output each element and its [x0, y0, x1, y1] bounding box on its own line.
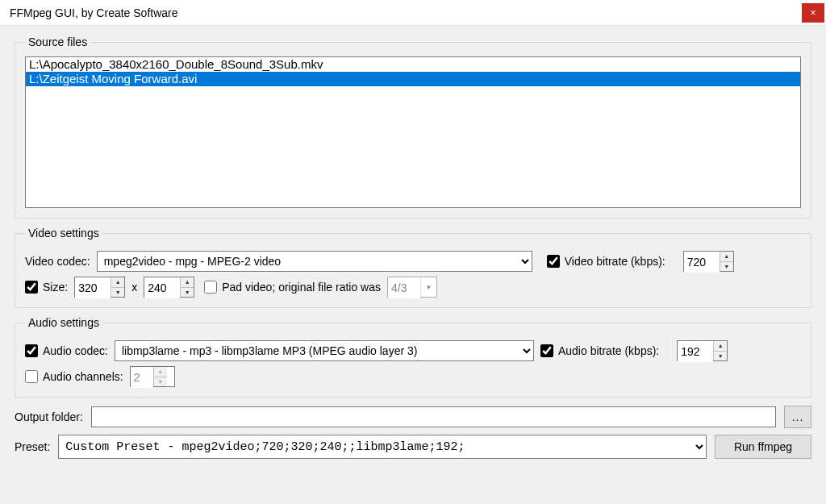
- close-button[interactable]: ×: [802, 3, 824, 23]
- audio-channels-label[interactable]: Audio channels:: [43, 370, 123, 383]
- video-bitrate-checkbox[interactable]: [547, 255, 560, 268]
- spinner-buttons: ▲ ▼: [713, 341, 727, 360]
- size-separator: x: [131, 281, 137, 294]
- window-title: FFMpeg GUI, by Create Software: [10, 6, 178, 19]
- spinner-buttons: ▲ ▼: [180, 277, 194, 297]
- preset-select[interactable]: Custom Preset - mpeg2video;720;320;240;;…: [58, 435, 707, 459]
- audio-bitrate-input[interactable]: [678, 341, 713, 362]
- spin-down-icon[interactable]: ▼: [181, 288, 194, 298]
- spin-down-icon[interactable]: ▼: [720, 262, 733, 272]
- spin-down-icon[interactable]: ▼: [111, 288, 124, 298]
- output-folder-input[interactable]: [91, 406, 776, 427]
- audio-settings-legend: Audio settings: [25, 316, 102, 329]
- spin-up-icon[interactable]: ▲: [181, 277, 194, 288]
- audio-settings-group: Audio settings Audio codec: libmp3lame -…: [15, 316, 811, 398]
- video-bitrate-label[interactable]: Video bitrate (kbps):: [565, 255, 665, 268]
- video-height-spinner[interactable]: ▲ ▼: [144, 277, 194, 298]
- output-folder-label: Output folder:: [15, 410, 83, 423]
- file-item[interactable]: L:\Apocalypto_3840x2160_Double_8Sound_3S…: [26, 57, 800, 72]
- spinner-buttons: ▲ ▼: [720, 252, 733, 271]
- audio-bitrate-spinner[interactable]: ▲ ▼: [677, 340, 728, 361]
- aspect-ratio-combo[interactable]: ▼: [387, 277, 437, 298]
- video-bitrate-spinner[interactable]: ▲ ▼: [683, 251, 734, 272]
- preset-label: Preset:: [15, 440, 50, 453]
- titlebar: FFMpeg GUI, by Create Software ×: [0, 0, 826, 26]
- video-width-input[interactable]: [75, 277, 111, 298]
- spin-up-icon[interactable]: ▲: [111, 277, 124, 288]
- spin-down-icon[interactable]: ▼: [714, 352, 727, 361]
- pad-video-checkbox[interactable]: [204, 281, 217, 294]
- video-settings-group: Video settings Video codec: mpeg2video -…: [15, 227, 811, 308]
- spin-up-icon[interactable]: ▲: [154, 367, 167, 377]
- video-width-spinner[interactable]: ▲ ▼: [74, 277, 125, 298]
- pad-video-label[interactable]: Pad video; original file ratio was: [222, 281, 381, 294]
- audio-codec-select[interactable]: libmp3lame - mp3 - libmp3lame MP3 (MPEG …: [115, 340, 534, 361]
- run-ffmpeg-button[interactable]: Run ffmpeg: [715, 435, 811, 459]
- audio-bitrate-label[interactable]: Audio bitrate (kbps):: [558, 344, 659, 357]
- audio-codec-checkbox[interactable]: [25, 344, 38, 357]
- spin-down-icon[interactable]: ▼: [154, 377, 167, 387]
- spinner-buttons: ▲ ▼: [111, 277, 124, 297]
- spin-up-icon[interactable]: ▲: [714, 341, 727, 352]
- video-settings-legend: Video settings: [25, 227, 102, 240]
- audio-bitrate-checkbox[interactable]: [540, 344, 553, 357]
- browse-output-button[interactable]: ...: [784, 406, 811, 428]
- video-size-label[interactable]: Size:: [43, 281, 68, 294]
- audio-channels-input: [131, 367, 153, 388]
- body: Source files L:\Apocalypto_3840x2160_Dou…: [0, 26, 826, 469]
- file-item[interactable]: L:\Zeitgeist Moving Forward.avi: [26, 72, 800, 86]
- video-codec-select[interactable]: mpeg2video - mpg - MPEG-2 video: [97, 251, 532, 272]
- video-bitrate-input[interactable]: [684, 252, 720, 273]
- video-size-checkbox[interactable]: [25, 281, 38, 294]
- source-files-group: Source files L:\Apocalypto_3840x2160_Dou…: [15, 35, 811, 219]
- aspect-ratio-input: [388, 277, 420, 298]
- audio-channels-checkbox[interactable]: [25, 370, 38, 383]
- video-bitrate-checkbox-wrap: Video bitrate (kbps):: [547, 255, 665, 268]
- chevron-down-icon[interactable]: ▼: [420, 277, 436, 297]
- video-codec-label: Video codec:: [25, 255, 90, 268]
- source-files-list[interactable]: L:\Apocalypto_3840x2160_Double_8Sound_3S…: [25, 56, 801, 208]
- video-height-input[interactable]: [144, 277, 180, 298]
- spin-up-icon[interactable]: ▲: [720, 252, 733, 262]
- spinner-buttons: ▲ ▼: [153, 367, 167, 386]
- audio-channels-spinner[interactable]: ▲ ▼: [130, 366, 175, 387]
- source-files-legend: Source files: [25, 35, 90, 48]
- close-icon: ×: [810, 7, 816, 19]
- audio-codec-label[interactable]: Audio codec:: [43, 344, 108, 357]
